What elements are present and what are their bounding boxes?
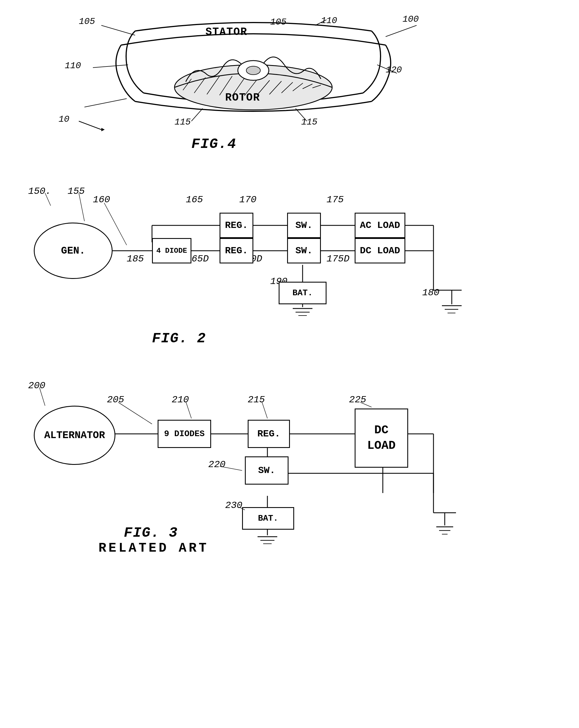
sw1-box: SW. — [287, 213, 321, 238]
dc-load-box: DC LOAD — [355, 409, 408, 468]
dc-load-box: DC LOAD — [355, 238, 405, 263]
ref-185: 185 — [127, 254, 144, 264]
ref-100: 100 — [403, 14, 419, 25]
bat-box: BAT. — [279, 282, 327, 304]
fig2-title: FIG. 2 — [152, 331, 206, 346]
reg1-label: REG. — [225, 220, 248, 231]
bat-label-fig3: BAT. — [258, 514, 278, 523]
ref-155: 155 — [67, 186, 85, 197]
ref-160: 160 — [93, 194, 110, 205]
ref-205: 205 — [107, 394, 124, 405]
gen-circle: GEN. — [34, 223, 113, 279]
svg-marker-24 — [101, 128, 105, 131]
sw1-label: SW. — [295, 220, 312, 231]
svg-line-16 — [101, 25, 135, 35]
svg-line-17 — [93, 65, 128, 68]
svg-line-21 — [191, 108, 203, 121]
ref-105-top: 105 — [270, 17, 286, 27]
reg-label: REG. — [257, 428, 280, 439]
related-art-label: RELATED ART — [99, 541, 209, 555]
ref-230: 230 — [225, 500, 242, 511]
fig2-diagram: 150. 155 160 165 170 175 185 165D 170D 1… — [17, 178, 552, 352]
alternator-label: ALTERNATOR — [44, 430, 105, 441]
reg2-box: REG. — [220, 238, 253, 263]
sw2-box: SW. — [287, 238, 321, 263]
ref-170: 170 — [239, 194, 256, 205]
ref-175d: 175D — [327, 254, 350, 264]
stator-label: STATOR — [205, 26, 247, 38]
fig3-diagram: 200 205 210 215 220 225 230 ALTERNATOR 9… — [17, 372, 552, 569]
rotor-label: ROTOR — [225, 92, 260, 104]
diode-label: 4 DIODE — [156, 246, 187, 255]
ref-210: 210 — [172, 394, 189, 405]
fig3-title: FIG. 3 — [124, 525, 178, 541]
ref-105-left: 105 — [79, 16, 95, 27]
ref-220: 220 — [208, 459, 225, 470]
alternator-circle: ALTERNATOR — [34, 406, 115, 465]
ref-115-left: 115 — [174, 117, 191, 127]
diodes-box: 9 DIODES — [158, 420, 211, 448]
gen-label: GEN. — [61, 245, 85, 257]
ref-120: 120 — [386, 65, 402, 75]
sw-box: SW. — [245, 457, 288, 485]
ref-180: 180 — [422, 287, 439, 298]
ref-10: 10 — [59, 114, 69, 125]
ref-110-top: 110 — [321, 16, 337, 26]
ref-115-right: 115 — [301, 117, 318, 127]
reg1-box: REG. — [220, 213, 253, 238]
ac-load-box: AC LOAD — [355, 213, 405, 238]
ref-200: 200 — [28, 380, 45, 391]
diodes-label: 9 DIODES — [164, 429, 204, 439]
ref-110-left: 110 — [65, 60, 81, 71]
sw2-label: SW. — [295, 245, 312, 256]
svg-line-19 — [84, 99, 127, 107]
fig4-svg — [56, 8, 450, 149]
reg2-label: REG. — [225, 245, 248, 256]
page: { "fig4": { "title": "FIG.4", "refs": { … — [0, 0, 579, 728]
ref-150: 150. — [28, 186, 51, 197]
dc-load-label: DC LOAD — [367, 423, 396, 453]
ac-load-label: AC LOAD — [360, 220, 400, 231]
bat-label: BAT. — [293, 288, 313, 298]
reg-box: REG. — [248, 420, 290, 448]
svg-line-15 — [386, 25, 417, 36]
svg-line-23 — [79, 121, 101, 130]
bat-box-fig3: BAT. — [242, 507, 294, 530]
ref-175: 175 — [327, 194, 344, 205]
ref-165: 165 — [186, 194, 203, 205]
fig4-title: FIG.4 — [191, 136, 237, 152]
fig4-diagram: 105 110 100 105 110 120 115 115 STATOR R… — [56, 8, 450, 155]
sw-label: SW. — [258, 465, 275, 476]
ref-225: 225 — [349, 394, 366, 405]
svg-point-14 — [246, 66, 260, 75]
diode-box: 4 DIODE — [152, 238, 191, 263]
dc-load-label: DC LOAD — [360, 245, 400, 256]
ref-215: 215 — [248, 394, 265, 405]
